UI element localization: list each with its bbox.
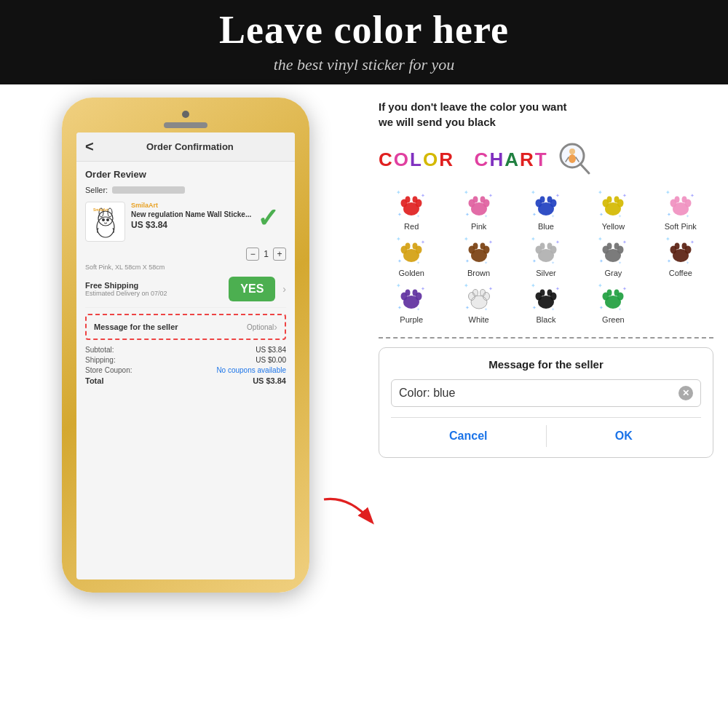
svg-point-81 (539, 243, 545, 250)
header-title: Leave color here (15, 7, 713, 52)
svg-point-72 (472, 243, 478, 250)
svg-point-63 (405, 243, 411, 250)
right-panel: If you don't leave the color you want we… (371, 84, 728, 718)
color-item-red: ✦ ✦ ✦ ✦ Red (379, 187, 444, 231)
product-image: SmilaArt (85, 202, 125, 242)
color-chart-title: COLOR CHART (379, 149, 548, 171)
color-label: Coffee (669, 269, 692, 277)
color-item-gray: ✦ ✦ ✦ ✦ Gray (580, 234, 646, 277)
svg-point-4 (102, 218, 105, 221)
color-label: Black (537, 315, 556, 324)
svg-point-108 (405, 290, 411, 296)
quantity-row: − 1 + (85, 248, 286, 261)
paw-icon: ✦ ✦ ✦ ✦ (596, 187, 630, 221)
color-label: Golden (398, 269, 424, 277)
svg-point-141 (614, 290, 620, 296)
dialog-input-text[interactable]: Color: blue (399, 387, 674, 400)
paw-icon: ✦ ✦ ✦ ✦ (529, 280, 563, 314)
main-content: < Order Confirmation Order Review Seller… (0, 84, 728, 718)
dialog-input-row[interactable]: Color: blue ✕ (391, 379, 701, 407)
dialog-title: Message for the seller (391, 358, 701, 371)
message-row[interactable]: Message for the seller Optional › (85, 314, 286, 340)
checkmark-icon: ✓ (257, 205, 279, 232)
total-row: Total US $3.84 (85, 376, 286, 385)
color-item-purple: ✦ ✦ ✦ ✦ Purple (379, 280, 444, 324)
shipping-cost-label: Shipping: (85, 356, 116, 364)
svg-line-10 (580, 164, 589, 173)
optional-text: Optional (247, 323, 274, 331)
color-chart-header: COLOR CHART (379, 140, 713, 180)
svg-point-131 (539, 290, 545, 296)
screen-title: Order Confirmation (94, 141, 286, 152)
color-label: Red (404, 222, 419, 231)
header-subtitle: the best vinyl sticker for you (15, 55, 713, 74)
color-item-yellow: ✦ ✦ ✦ ✦ Yellow (580, 187, 646, 231)
screen-header: < Order Confirmation (76, 132, 295, 162)
quantity-value: 1 (264, 249, 269, 259)
total-value: US $3.84 (253, 376, 286, 385)
color-label: Soft Pink (665, 222, 697, 231)
color-item-coffee: ✦ ✦ ✦ ✦ Coffee (648, 234, 713, 277)
total-label: Total (85, 376, 103, 385)
svg-point-90 (607, 243, 612, 250)
color-item-pink: ✦ ✦ ✦ ✦ Pink (446, 187, 511, 231)
svg-point-28 (480, 197, 485, 203)
message-dialog: Message for the seller Color: blue ✕ Can… (379, 347, 713, 458)
color-item-white: ✦ ✦ ✦ ✦ White (446, 280, 511, 324)
svg-point-19 (413, 197, 418, 203)
coupon-row: Store Coupon: No coupons available (85, 366, 286, 374)
shipping-info: Free Shipping Estimated Delivery on 07/0… (85, 281, 221, 297)
color-item-silver: ✦ ✦ ✦ ✦ Silver (513, 234, 579, 277)
instruction-line2: we will send you black (379, 116, 496, 128)
chevron-right-icon: › (282, 283, 286, 295)
product-row: SmilaArt SmilaArt New regulation Name Wa… (85, 202, 286, 242)
dialog-cancel-button[interactable]: Cancel (391, 425, 547, 447)
shipping-label: Free Shipping (85, 281, 221, 290)
increase-qty-button[interactable]: + (273, 248, 286, 261)
color-grid: ✦ ✦ ✦ ✦ Red ✦ ✦ ✦ ✦ Pink ✦ ✦ (379, 187, 713, 324)
back-button[interactable]: < (85, 138, 94, 155)
subtotal-value: US $3.84 (256, 346, 286, 354)
svg-point-99 (674, 243, 679, 250)
svg-point-82 (547, 243, 552, 250)
magnifier-decoration (554, 140, 594, 180)
phone-mockup: < Order Confirmation Order Review Seller… (62, 98, 309, 593)
dialog-clear-button[interactable]: ✕ (678, 386, 693, 400)
svg-point-27 (472, 197, 478, 203)
instruction-line1: If you don't leave the color you want (379, 100, 567, 113)
yes-button[interactable]: YES (229, 277, 275, 301)
color-label: Purple (400, 315, 423, 324)
coupon-value: No coupons available (216, 366, 286, 374)
arrow-indicator (320, 492, 379, 531)
order-review-title: Order Review (85, 169, 286, 180)
paw-icon: ✦ ✦ ✦ ✦ (664, 187, 697, 221)
svg-point-45 (607, 197, 612, 203)
checkmark-area: ✓ (257, 205, 279, 232)
color-item-blue: ✦ ✦ ✦ ✦ Blue (513, 187, 579, 231)
color-label: Brown (467, 269, 490, 277)
svg-point-54 (674, 197, 679, 203)
summary-section: Subtotal: US $3.84 Shipping: US $0.00 St… (85, 346, 286, 385)
paw-icon: ✦ ✦ ✦ ✦ (395, 234, 428, 267)
svg-point-73 (480, 243, 485, 250)
message-chevron-icon: › (274, 321, 277, 333)
paw-icon: ✦ ✦ ✦ ✦ (596, 280, 630, 314)
dialog-ok-button[interactable]: OK (547, 425, 702, 447)
divider (379, 337, 713, 339)
phone-screen: < Order Confirmation Order Review Seller… (76, 132, 295, 579)
svg-point-64 (413, 243, 418, 250)
color-label: Blue (538, 222, 554, 231)
coupon-label: Store Coupon: (85, 366, 132, 374)
svg-point-37 (547, 197, 552, 203)
paw-icon: ✦ ✦ ✦ ✦ (395, 187, 428, 221)
svg-point-46 (614, 197, 620, 203)
svg-point-12 (569, 154, 576, 163)
decrease-qty-button[interactable]: − (246, 248, 259, 261)
dialog-buttons: Cancel OK (391, 417, 701, 447)
color-item-green: ✦ ✦ ✦ ✦ Green (580, 280, 646, 324)
svg-point-18 (405, 197, 411, 203)
subtotal-label: Subtotal: (85, 346, 114, 354)
left-panel: < Order Confirmation Order Review Seller… (0, 84, 371, 718)
svg-point-132 (547, 290, 552, 296)
shipping-sub: Estimated Delivery on 07/02 (85, 290, 221, 297)
